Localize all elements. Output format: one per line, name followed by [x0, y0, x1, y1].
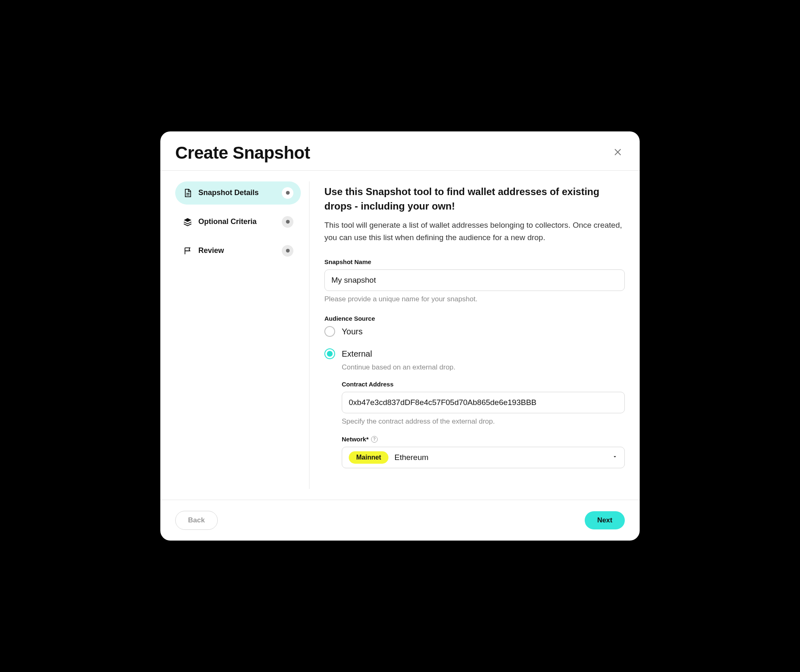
close-button[interactable]: [611, 145, 625, 160]
radio-yours[interactable]: Yours: [324, 326, 625, 337]
radio-circle-icon: [324, 326, 335, 337]
form-content: Use this Snapshot tool to find wallet ad…: [310, 171, 640, 500]
step-status-dot: [282, 245, 293, 257]
field-label: Contract Address: [342, 381, 625, 388]
step-optional-criteria[interactable]: Optional Criteria: [175, 210, 301, 234]
step-status-dot: [282, 216, 293, 228]
step-sidebar: Snapshot Details Optional Criteria Revie…: [160, 171, 309, 500]
chevron-down-icon: [612, 454, 618, 461]
help-text: Continue based on an external drop.: [342, 363, 625, 372]
help-text: Specify the contract address of the exte…: [342, 417, 625, 426]
radio-external[interactable]: External: [324, 348, 625, 359]
network-select[interactable]: Mainnet Ethereum: [342, 447, 625, 468]
network-field: Network* ? Mainnet Ethereum: [342, 436, 625, 468]
radio-label: External: [342, 349, 372, 359]
radio-label: Yours: [342, 327, 362, 336]
field-label: Network* ?: [342, 436, 625, 443]
document-icon: [183, 188, 193, 198]
layers-icon: [183, 217, 193, 227]
radio-circle-icon: [324, 348, 335, 359]
help-text: Please provide a unique name for your sn…: [324, 295, 625, 303]
radio-option-external: External Continue based on an external d…: [324, 348, 625, 478]
modal-header: Create Snapshot: [160, 131, 640, 171]
next-button[interactable]: Next: [585, 511, 625, 529]
flag-icon: [183, 246, 193, 256]
close-icon: [613, 152, 622, 158]
step-status-dot: [282, 187, 293, 199]
network-value: Ethereum: [394, 453, 606, 462]
snapshot-name-input[interactable]: [324, 269, 625, 291]
create-snapshot-modal: Create Snapshot Snapshot Details Optiona…: [160, 131, 640, 541]
radio-option-yours: Yours: [324, 326, 625, 337]
field-label: Audience Source: [324, 315, 625, 322]
external-subform: Continue based on an external drop. Cont…: [324, 363, 625, 478]
step-snapshot-details[interactable]: Snapshot Details: [175, 181, 301, 205]
field-label: Snapshot Name: [324, 258, 625, 265]
intro-heading: Use this Snapshot tool to find wallet ad…: [324, 185, 625, 214]
intro-description: This tool will generate a list of wallet…: [324, 219, 625, 243]
modal-body: Snapshot Details Optional Criteria Revie…: [160, 171, 640, 500]
network-badge: Mainnet: [349, 451, 388, 464]
page-title: Create Snapshot: [175, 143, 310, 163]
contract-address-field: Contract Address Specify the contract ad…: [342, 381, 625, 426]
step-review[interactable]: Review: [175, 239, 301, 262]
help-icon[interactable]: ?: [371, 436, 378, 443]
step-label: Optional Criteria: [198, 217, 276, 226]
audience-source-field: Audience Source Yours External: [324, 315, 625, 478]
step-label: Snapshot Details: [198, 188, 276, 197]
network-label-text: Network*: [342, 436, 369, 443]
step-label: Review: [198, 246, 276, 255]
audience-radio-group: Yours External Continue based on an exte…: [324, 326, 625, 478]
snapshot-name-field: Snapshot Name Please provide a unique na…: [324, 258, 625, 303]
modal-footer: Back Next: [160, 500, 640, 541]
back-button[interactable]: Back: [175, 511, 218, 530]
contract-address-input[interactable]: [342, 392, 625, 413]
